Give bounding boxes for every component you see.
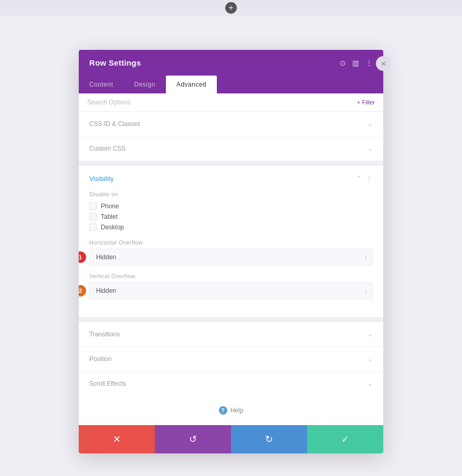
modal-body: CSS ID & Classes ⌄ Custom CSS ⌄ Visibili… xyxy=(79,112,383,425)
row-settings-modal: Row Settings ⊙ ▥ ⋮ ✕ Content Design Adva… xyxy=(79,50,383,453)
checkbox-tablet-label: Tablet xyxy=(101,213,118,220)
cancel-icon: ✕ xyxy=(113,433,121,445)
target-icon[interactable]: ⊙ xyxy=(340,59,346,67)
custom-css-section: Custom CSS ⌄ xyxy=(79,136,383,161)
scroll-effects-chevron: ⌄ xyxy=(368,380,373,387)
tab-content[interactable]: Content xyxy=(79,76,124,93)
spacer-2 xyxy=(79,318,383,322)
position-section: Position ⌄ xyxy=(79,346,383,371)
tab-advanced[interactable]: Advanced xyxy=(166,76,217,93)
position-header[interactable]: Position ⌄ xyxy=(79,347,383,371)
checkbox-group: Phone Tablet Desktop xyxy=(89,203,373,231)
redo-icon: ↻ xyxy=(265,433,273,445)
vertical-overflow-wrap: 2 Hidden Visible Scroll Auto ↕ xyxy=(89,282,373,299)
custom-css-chevron: ⌄ xyxy=(368,145,373,152)
css-id-title: CSS ID & Classes xyxy=(89,120,140,128)
vertical-overflow-label: Vertical Overflow xyxy=(89,273,373,279)
visibility-content: Disable on Phone Tablet Desktop xyxy=(79,191,383,317)
visibility-controls: ⌃ ⋮ xyxy=(356,174,373,183)
visibility-collapse-icon[interactable]: ⌃ xyxy=(356,175,361,182)
transitions-header[interactable]: Transitions ⌄ xyxy=(79,322,383,346)
vertical-overflow-select[interactable]: Hidden Visible Scroll Auto xyxy=(89,282,373,299)
custom-css-title: Custom CSS xyxy=(89,145,125,152)
checkbox-phone-input[interactable] xyxy=(89,203,97,210)
undo-button[interactable]: ↺ xyxy=(155,425,231,453)
more-options-icon[interactable]: ⋮ xyxy=(365,59,373,67)
header-icons: ⊙ ▥ ⋮ xyxy=(340,59,373,67)
scroll-effects-section: Scroll Effects ⌄ xyxy=(79,371,383,396)
disable-on-label: Disable on xyxy=(89,191,373,197)
tab-design[interactable]: Design xyxy=(124,76,166,93)
transitions-chevron: ⌄ xyxy=(368,331,373,338)
help-row: ? Help xyxy=(79,396,383,425)
horizontal-overflow-section: Horizontal Overflow 1 Hidden Visible Scr… xyxy=(89,239,373,266)
visibility-header[interactable]: Visibility ⌃ ⋮ xyxy=(79,166,383,191)
horizontal-overflow-label: Horizontal Overflow xyxy=(89,239,373,246)
checkbox-desktop[interactable]: Desktop xyxy=(89,224,373,231)
modal-header: Row Settings ⊙ ▥ ⋮ ✕ xyxy=(79,50,383,76)
visibility-more-icon[interactable]: ⋮ xyxy=(365,174,373,183)
css-id-chevron: ⌄ xyxy=(368,120,373,128)
horizontal-overflow-select[interactable]: Hidden Visible Scroll Auto xyxy=(89,249,373,266)
columns-icon[interactable]: ▥ xyxy=(352,59,359,67)
vertical-overflow-section: Vertical Overflow 2 Hidden Visible Scrol… xyxy=(89,273,373,299)
checkbox-desktop-input[interactable] xyxy=(89,224,97,231)
save-button[interactable]: ✓ xyxy=(307,425,383,453)
custom-css-header[interactable]: Custom CSS ⌄ xyxy=(79,136,383,161)
cancel-button[interactable]: ✕ xyxy=(79,425,155,453)
badge-2: 2 xyxy=(79,285,86,297)
checkbox-tablet-input[interactable] xyxy=(89,213,97,220)
checkbox-tablet[interactable]: Tablet xyxy=(89,213,373,220)
help-link[interactable]: ? Help xyxy=(89,406,373,415)
help-label: Help xyxy=(230,407,244,414)
spacer-1 xyxy=(79,161,383,165)
css-id-section: CSS ID & Classes ⌄ xyxy=(79,112,383,136)
help-icon: ? xyxy=(219,406,227,415)
search-bar: Search Options + Filter xyxy=(79,93,383,112)
redo-button[interactable]: ↻ xyxy=(231,425,307,453)
visibility-title: Visibility xyxy=(89,175,114,183)
scroll-effects-title: Scroll Effects xyxy=(89,380,126,387)
filter-button[interactable]: + Filter xyxy=(357,99,375,105)
horizontal-overflow-wrap: 1 Hidden Visible Scroll Auto ↕ xyxy=(89,249,373,266)
modal-title: Row Settings xyxy=(89,58,141,67)
checkbox-phone-label: Phone xyxy=(101,203,119,210)
save-icon: ✓ xyxy=(341,433,349,445)
checkbox-desktop-label: Desktop xyxy=(101,224,124,231)
undo-icon: ↺ xyxy=(189,433,197,445)
transitions-title: Transitions xyxy=(89,331,120,338)
footer-buttons: ✕ ↺ ↻ ✓ xyxy=(79,425,383,453)
tabs-bar: Content Design Advanced xyxy=(79,76,383,93)
position-chevron: ⌄ xyxy=(368,355,373,363)
search-placeholder[interactable]: Search Options xyxy=(87,99,131,106)
close-button[interactable]: ✕ xyxy=(376,56,391,71)
close-icon: ✕ xyxy=(381,60,386,68)
transitions-section: Transitions ⌄ xyxy=(79,322,383,346)
badge-1: 1 xyxy=(79,251,86,263)
position-title: Position xyxy=(89,355,112,363)
css-id-header[interactable]: CSS ID & Classes ⌄ xyxy=(79,112,383,136)
checkbox-phone[interactable]: Phone xyxy=(89,203,373,210)
scroll-effects-header[interactable]: Scroll Effects ⌄ xyxy=(79,372,383,396)
visibility-section: Visibility ⌃ ⋮ Disable on Phone xyxy=(79,165,383,318)
modal-overlay: Row Settings ⊙ ▥ ⋮ ✕ Content Design Adva… xyxy=(0,0,462,476)
